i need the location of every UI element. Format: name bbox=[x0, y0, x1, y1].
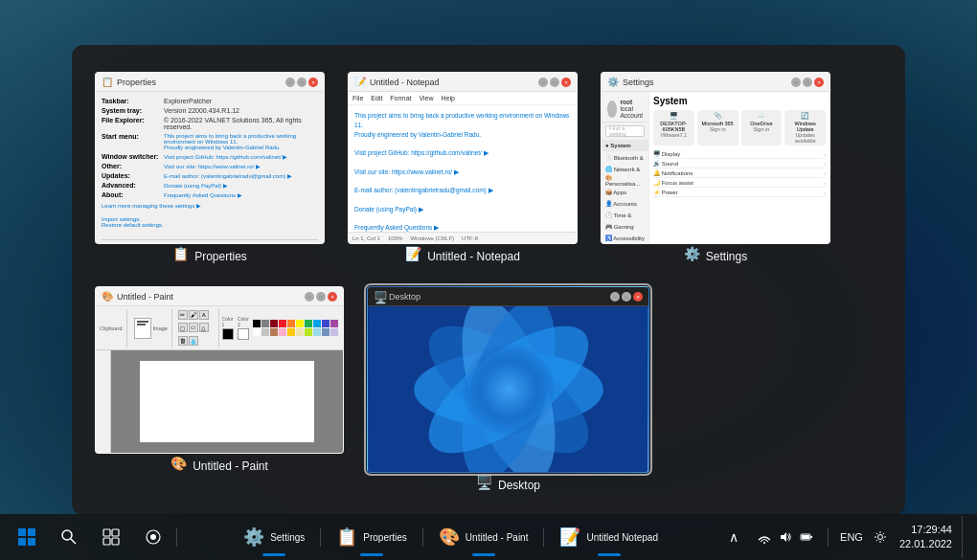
taskbar: ⚙️ Settings 📋 Properties 🎨 Untitled - Pa… bbox=[0, 514, 977, 560]
taskbar-center: ⚙️ Settings 📋 Properties 🎨 Untitled - Pa… bbox=[181, 516, 720, 558]
taskbar-clock[interactable]: 17:29:44 22.01.2022 bbox=[892, 516, 960, 558]
svg-rect-18 bbox=[103, 529, 110, 536]
notepad-label-icon: 📝 bbox=[405, 246, 421, 261]
widgets-button[interactable] bbox=[134, 518, 172, 556]
sidebar-item-personal: 🎨 Personalisa... bbox=[602, 174, 648, 186]
settings-label-row: ⚙️ Settings bbox=[684, 244, 747, 263]
properties-win-btns: ─ □ ✕ bbox=[285, 78, 318, 87]
taskbar-gear-icon[interactable] bbox=[871, 518, 890, 556]
notepad-title-text: Untitled - Notepad bbox=[370, 78, 538, 87]
properties-title-icon: 📋 bbox=[102, 77, 113, 88]
paint-title-text: Untitled - Paint bbox=[117, 292, 305, 302]
properties-title-text: Properties bbox=[117, 78, 285, 87]
taskbar-right: ∧ bbox=[720, 516, 969, 558]
settings-title-text: Settings bbox=[623, 78, 791, 87]
settings-title-icon: ⚙️ bbox=[607, 77, 619, 88]
paint-label-icon: 🎨 bbox=[170, 456, 187, 471]
settings-cards: 🖥️ DESKTOP-605KN5B VMware7,1 📎 Microsoft… bbox=[653, 110, 826, 146]
window-thumb-settings[interactable]: ⚙️ Settings ─ □ ✕ root bbox=[597, 68, 834, 267]
properties-label-row: 📋 Properties bbox=[172, 244, 247, 263]
taskbar-separator-2 bbox=[320, 527, 321, 547]
svg-rect-20 bbox=[103, 538, 110, 545]
taskbar-app-properties[interactable]: 📋 Properties bbox=[329, 516, 415, 558]
svg-rect-14 bbox=[18, 538, 26, 546]
notepad-taskbar-label: Untitled Notepad bbox=[586, 532, 658, 543]
btn-minimize: ─ bbox=[285, 78, 295, 87]
settings-card-winupdate: 🔄 Windows Update Updates available bbox=[784, 110, 826, 146]
sidebar-item-gaming: 🎮 Gaming bbox=[602, 220, 648, 232]
show-desktop-button[interactable] bbox=[962, 516, 969, 558]
paint-taskbar-icon: 🎨 bbox=[439, 528, 460, 546]
settings-sidebar: root local Account Find a setting ● Syst… bbox=[602, 92, 649, 243]
settings-user-header: root local Account bbox=[602, 96, 648, 123]
battery-icon[interactable] bbox=[797, 518, 816, 556]
network-icon[interactable] bbox=[755, 518, 774, 556]
svg-rect-12 bbox=[18, 528, 26, 536]
settings-label: Settings bbox=[706, 250, 747, 263]
sidebar-item-access: ♿ Accessibility bbox=[602, 232, 648, 243]
properties-taskbar-label: Properties bbox=[363, 532, 407, 543]
settings-item-notifications: 🔔 Notifications › bbox=[653, 168, 826, 178]
widgets-icon bbox=[145, 528, 162, 546]
properties-label-icon: 📋 bbox=[172, 246, 189, 261]
task-view-icon bbox=[102, 528, 120, 546]
notepad-win-btns: ─ □ ✕ bbox=[538, 78, 571, 87]
taskbar-separator-systray bbox=[828, 527, 829, 547]
notepad-label: Untitled - Notepad bbox=[427, 250, 520, 263]
task-switcher: 📋 Properties ─ □ ✕ Taskbar:ExplorerPatch… bbox=[72, 45, 905, 515]
taskbar-app-notepad[interactable]: 📝 Untitled Notepad bbox=[552, 516, 666, 558]
window-thumb-notepad[interactable]: 📝 Untitled - Notepad ─ □ ✕ FileEditForma… bbox=[344, 68, 581, 267]
svg-rect-21 bbox=[112, 538, 119, 545]
settings-win-btns: ─ □ ✕ bbox=[791, 78, 824, 87]
search-icon bbox=[60, 528, 78, 546]
svg-point-16 bbox=[62, 530, 72, 540]
windows-logo-icon bbox=[18, 528, 35, 546]
notepad-taskbar-icon: 📝 bbox=[559, 528, 580, 546]
svg-line-17 bbox=[71, 539, 76, 544]
svg-rect-19 bbox=[112, 529, 119, 536]
desktop-label: Desktop bbox=[498, 479, 540, 492]
svg-rect-13 bbox=[28, 528, 35, 536]
language-indicator[interactable]: ENG bbox=[834, 516, 869, 558]
taskbar-app-settings[interactable]: ⚙️ Settings bbox=[236, 516, 312, 558]
properties-label: Properties bbox=[194, 250, 247, 263]
svg-rect-15 bbox=[28, 538, 35, 546]
task-switcher-overlay[interactable]: 📋 Properties ─ □ ✕ Taskbar:ExplorerPatch… bbox=[0, 0, 977, 560]
notepad-menu: FileEditFormatViewHelp bbox=[349, 92, 577, 105]
show-hidden-icons-button[interactable]: ∧ bbox=[720, 516, 747, 558]
taskbar-app-paint[interactable]: 🎨 Untitled - Paint bbox=[431, 516, 536, 558]
start-button[interactable] bbox=[8, 518, 46, 556]
taskbar-separator-3 bbox=[422, 527, 423, 547]
user-info: root local Account bbox=[621, 99, 644, 119]
desktop-bloom-svg bbox=[368, 306, 648, 472]
settings-item-sound: 🔊 Sound › bbox=[653, 159, 826, 168]
taskbar-left bbox=[8, 518, 172, 556]
properties-content: Taskbar:ExplorerPatcher System tray:Vers… bbox=[96, 92, 324, 244]
svg-point-24 bbox=[763, 542, 765, 544]
desktop-title-text: Desktop bbox=[389, 292, 610, 302]
task-view-button[interactable] bbox=[92, 518, 130, 556]
volume-icon[interactable] bbox=[776, 518, 795, 556]
taskbar-separator-left bbox=[176, 527, 177, 547]
sidebar-item-bluetooth: 🦷 Bluetooth & bbox=[602, 151, 648, 163]
settings-item-display: 🖥️ Display › bbox=[653, 149, 826, 159]
settings-item-power: ⚡ Power › bbox=[653, 188, 826, 197]
paint-title-icon: 🎨 bbox=[102, 291, 113, 302]
window-thumb-properties[interactable]: 📋 Properties ─ □ ✕ Taskbar:ExplorerPatch… bbox=[91, 68, 329, 267]
btn-maximize: □ bbox=[297, 78, 307, 87]
svg-rect-28 bbox=[802, 535, 809, 539]
btn-close: ✕ bbox=[308, 78, 318, 87]
sidebar-item-time: 🕐 Time & bbox=[602, 209, 648, 220]
desktop-win-btns: ─ □ ✕ bbox=[610, 292, 643, 302]
search-button[interactable] bbox=[50, 518, 88, 556]
settings-item-focus: 🌙 Focus assist › bbox=[653, 178, 826, 188]
settings-system-title: System bbox=[653, 96, 826, 106]
svg-point-23 bbox=[150, 534, 156, 540]
svg-marker-25 bbox=[781, 532, 786, 542]
window-thumb-desktop[interactable]: 🖥️ Desktop ─ □ ✕ bbox=[363, 282, 653, 496]
user-avatar bbox=[607, 101, 617, 118]
clock-time: 17:29:44 bbox=[911, 523, 952, 537]
settings-card-pc: 🖥️ DESKTOP-605KN5B VMware7,1 bbox=[653, 110, 694, 146]
window-thumb-paint[interactable]: 🎨 Untitled - Paint ─ □ ✕ Clipboard bbox=[91, 282, 348, 477]
desktop-label-row: 🖥️ Desktop bbox=[476, 473, 540, 492]
